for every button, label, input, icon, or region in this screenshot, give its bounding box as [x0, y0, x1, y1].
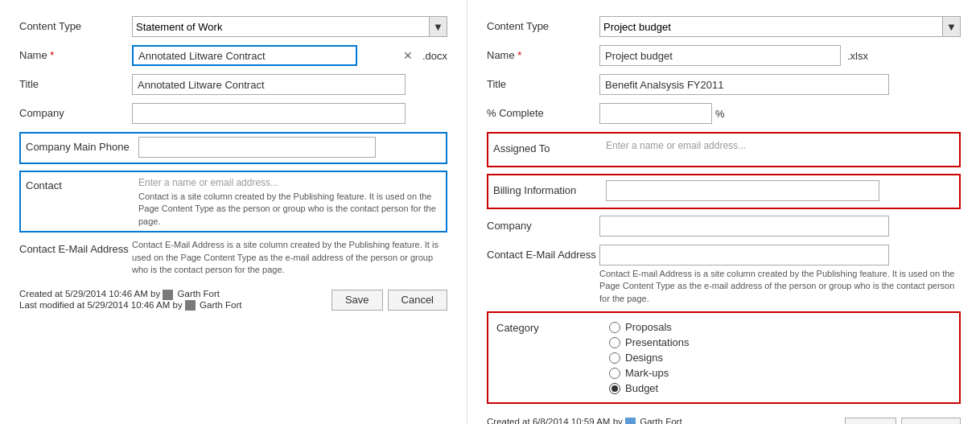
name-file-ext: .docx — [422, 50, 447, 62]
radio-designs[interactable]: Designs — [609, 352, 951, 364]
right-company-input[interactable] — [599, 216, 889, 237]
right-content-type-select[interactable]: Project budget — [600, 17, 942, 36]
company-input[interactable] — [132, 103, 406, 124]
assigned-to-section: Assigned To Enter a name or email addres… — [487, 132, 961, 167]
radio-budget-circle[interactable] — [609, 383, 620, 394]
title-label: Title — [19, 74, 132, 90]
billing-info-label: Billing Information — [493, 180, 606, 196]
pct-wrap: % — [599, 103, 961, 124]
radio-presentations[interactable]: Presentations — [609, 336, 951, 348]
contact-section: Contact Enter a name or email address...… — [19, 171, 447, 233]
company-main-phone-label: Company Main Phone — [26, 137, 138, 153]
right-footer-info: Created at 6/8/2014 10:59 AM by Garth Fo… — [487, 417, 704, 424]
name-input-wrap: ✕ — [132, 45, 416, 66]
left-cancel-button[interactable]: Cancel — [388, 290, 447, 311]
contact-label: Contact — [26, 175, 138, 191]
radio-budget[interactable]: Budget — [609, 382, 951, 394]
category-label: Category — [496, 318, 609, 334]
radio-proposals-label: Proposals — [625, 321, 672, 333]
radio-designs-circle[interactable] — [609, 352, 620, 364]
name-input[interactable] — [132, 45, 357, 66]
left-footer-info: Created at 5/29/2014 10:46 AM by Garth F… — [19, 289, 241, 311]
right-created-info: Created at 6/8/2014 10:59 AM by Garth Fo… — [487, 417, 704, 424]
right-title-input[interactable] — [599, 74, 889, 95]
left-save-button[interactable]: Save — [331, 290, 383, 311]
assigned-to-placeholder: Enter a name or email address... — [606, 140, 954, 151]
left-modified-avatar — [185, 300, 196, 311]
right-save-button[interactable]: Save — [845, 418, 896, 424]
radio-markups-label: Mark-ups — [625, 367, 669, 379]
right-title-label: Title — [487, 74, 599, 90]
right-footer: Created at 6/8/2014 10:59 AM by Garth Fo… — [487, 417, 961, 424]
radio-markups-circle[interactable] — [609, 368, 620, 379]
contact-description: Contact is a site column created by the … — [138, 191, 441, 228]
right-name-file-ext: .xlsx — [847, 50, 868, 62]
category-section: Category Proposals Presentations — [487, 311, 961, 404]
content-type-select-wrap[interactable]: Statement of Work ▼ — [132, 16, 447, 37]
company-label: Company — [19, 103, 132, 119]
content-type-select[interactable]: Statement of Work — [133, 17, 429, 36]
left-footer: Created at 5/29/2014 10:46 AM by Garth F… — [19, 289, 447, 311]
contact-email-description: Contact E-Mail Address is a site column … — [132, 239, 447, 276]
radio-group: Proposals Presentations Designs Mar — [609, 318, 951, 397]
radio-budget-label: Budget — [625, 382, 658, 394]
pct-symbol: % — [715, 108, 725, 120]
company-main-phone-section: Company Main Phone — [19, 132, 447, 164]
company-main-phone-input[interactable] — [138, 137, 376, 158]
left-created-avatar — [163, 290, 173, 300]
left-created-info: Created at 5/29/2014 10:46 AM by Garth F… — [19, 289, 241, 299]
right-contact-email-label: Contact E-Mail Address — [487, 245, 599, 261]
right-name-label: Name * — [487, 45, 599, 61]
left-modified-info: Last modified at 5/29/2014 10:46 AM by G… — [19, 300, 241, 311]
name-label: Name * — [19, 45, 132, 61]
category-radio-group: Proposals Presentations Designs Mar — [609, 318, 951, 397]
right-content-type-dropdown-arrow[interactable]: ▼ — [942, 17, 960, 36]
radio-proposals[interactable]: Proposals — [609, 321, 951, 333]
right-content-type-select-wrap[interactable]: Project budget ▼ — [599, 16, 961, 37]
right-content-type-label: Content Type — [487, 16, 599, 32]
content-type-label: Content Type — [19, 16, 132, 32]
right-name-input[interactable] — [599, 45, 841, 66]
assigned-to-label: Assigned To — [493, 138, 606, 154]
content-type-dropdown-arrow[interactable]: ▼ — [429, 17, 447, 36]
billing-info-section: Billing Information — [487, 174, 961, 209]
contact-input-placeholder-display: Enter a name or email address... — [138, 177, 441, 188]
pct-complete-input[interactable] — [599, 103, 712, 124]
pct-complete-label: % Complete — [487, 103, 599, 119]
right-contact-email-description: Contact E-mail Address is a site column … — [599, 268, 961, 305]
radio-proposals-circle[interactable] — [609, 322, 620, 333]
radio-presentations-label: Presentations — [625, 336, 690, 348]
radio-markups[interactable]: Mark-ups — [609, 367, 951, 379]
right-cancel-button[interactable]: Cancel — [901, 418, 961, 424]
right-created-avatar — [625, 418, 636, 424]
radio-presentations-circle[interactable] — [609, 337, 620, 348]
title-input[interactable] — [132, 74, 406, 95]
right-contact-email-input[interactable] — [599, 245, 889, 266]
right-footer-actions: Save Cancel — [845, 418, 961, 424]
billing-info-input[interactable] — [606, 180, 879, 201]
left-footer-actions: Save Cancel — [331, 290, 447, 311]
right-company-label: Company — [487, 216, 599, 232]
radio-designs-label: Designs — [625, 352, 663, 364]
contact-email-label: Contact E-Mail Address — [19, 239, 132, 255]
name-clear-button[interactable]: ✕ — [403, 50, 413, 61]
